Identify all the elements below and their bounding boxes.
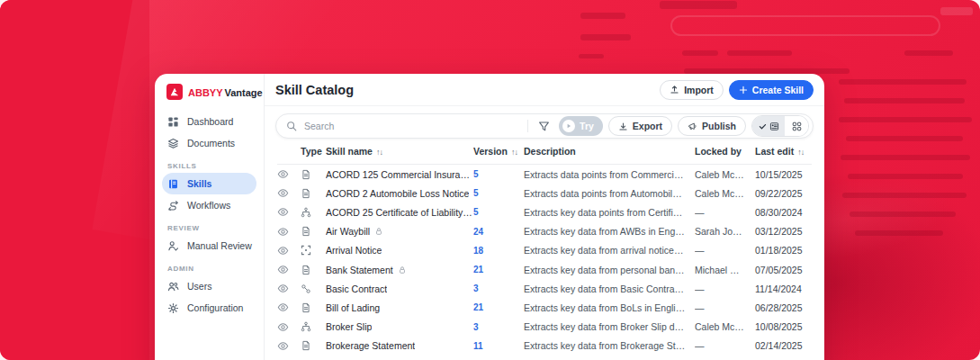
ghost-bar	[579, 54, 604, 58]
sidebar-section-admin: ADMIN	[155, 256, 264, 275]
eye-icon	[277, 302, 289, 313]
row-visibility-toggle[interactable]	[277, 245, 301, 256]
row-visibility-toggle[interactable]	[277, 283, 301, 294]
skill-version-link[interactable]: 5	[473, 169, 524, 179]
lock-icon	[374, 227, 383, 236]
skill-name[interactable]: Broker Slip	[326, 321, 372, 332]
sidebar-item-documents[interactable]: Documents	[155, 132, 264, 154]
row-visibility-toggle[interactable]	[277, 168, 301, 180]
skill-version-link[interactable]: 18	[473, 246, 524, 256]
create-skill-button[interactable]: Create Skill	[729, 80, 814, 100]
table-row[interactable]: ACORD 2 Automobile Loss Notice 5 Extract…	[277, 184, 812, 202]
table-row[interactable]: Bill of Lading 21 Extracts key data from…	[277, 298, 812, 317]
view-toggle-grid[interactable]	[785, 116, 808, 136]
sidebar: ABBYYVantage Dashboard Documents SKILLS	[155, 74, 265, 360]
publish-button-label: Publish	[702, 121, 736, 131]
try-button[interactable]: Try	[559, 116, 603, 136]
skill-name[interactable]: Air Waybill	[326, 226, 370, 237]
skill-name[interactable]: ACORD 25 Certificate of Liability Insura…	[326, 207, 473, 218]
skill-version-link[interactable]: 21	[473, 302, 524, 312]
abbyy-logo-icon	[166, 84, 183, 100]
skill-name[interactable]: Bill of Lading	[326, 302, 380, 313]
skill-last-edit: 10/08/2025	[755, 321, 811, 332]
ghost-bar	[580, 13, 625, 19]
row-visibility-toggle[interactable]	[277, 264, 301, 275]
skill-description: Extracts key data points from Certificat…	[524, 207, 695, 218]
type-icon	[301, 284, 326, 294]
skill-name[interactable]: ACORD 2 Automobile Loss Notice	[326, 188, 469, 199]
row-visibility-toggle[interactable]	[277, 187, 301, 199]
sort-icon[interactable]: ↑↓	[376, 148, 382, 157]
search-input[interactable]	[302, 120, 522, 132]
sort-icon[interactable]: ↑↓	[797, 148, 804, 157]
skill-locked-by: —	[695, 245, 755, 256]
skill-version-link[interactable]: 11	[473, 341, 524, 351]
workflows-icon	[167, 200, 179, 212]
sidebar-item-workflows[interactable]: Workflows	[155, 194, 264, 216]
header-cell-locked-by: Locked by	[695, 146, 755, 157]
sidebar-item-users[interactable]: Users	[155, 275, 264, 297]
header-cell-description: Description	[524, 146, 695, 157]
skill-version-link[interactable]: 3	[473, 284, 524, 293]
skill-name[interactable]: Bank Statement	[326, 265, 393, 275]
type-icon	[301, 245, 326, 256]
brand[interactable]: ABBYYVantage	[155, 82, 264, 102]
skill-locked-by: Caleb McGuire	[695, 188, 755, 199]
skill-description: Extracts key data from Brokerage Stateme…	[524, 340, 695, 351]
row-visibility-toggle[interactable]	[277, 302, 301, 313]
skill-name[interactable]: Basic Contract	[326, 284, 387, 294]
header-cell-version[interactable]: Version↑↓	[473, 146, 524, 157]
skill-locked-by: —	[695, 284, 755, 294]
skill-locked-by: —	[695, 340, 755, 351]
table-row[interactable]: Broker Slip 3 Extracts key data from Bro…	[277, 318, 812, 337]
skill-last-edit: 06/28/2025	[755, 302, 811, 313]
skill-last-edit: 01/18/2025	[755, 245, 811, 256]
row-visibility-toggle[interactable]	[277, 340, 301, 352]
row-visibility-toggle[interactable]	[277, 226, 301, 238]
type-icon	[301, 226, 326, 237]
sidebar-item-label: Workflows	[187, 200, 230, 211]
play-icon	[562, 120, 575, 132]
sidebar-item-skills[interactable]: Skills	[162, 173, 256, 194]
sidebar-item-configuration[interactable]: Configuration	[155, 297, 264, 319]
header-cell-last-edit[interactable]: Last edit↑↓	[755, 146, 811, 157]
table-row[interactable]: Brokerage Statement 11 Extracts key data…	[277, 337, 812, 356]
sort-icon[interactable]: ↑↓	[511, 148, 517, 157]
skill-version-link[interactable]: 5	[473, 207, 524, 217]
table-row[interactable]: Air Waybill 24 Extracts key data from AW…	[277, 222, 812, 241]
row-visibility-toggle[interactable]	[277, 321, 301, 333]
skill-locked-by: —	[695, 302, 755, 313]
ghost-bar	[904, 50, 953, 56]
skill-name[interactable]: Brokerage Statement	[326, 340, 415, 351]
skill-name[interactable]: ACORD 125 Commercial Insurance	[326, 169, 473, 180]
brand-name-regular: Vantage	[225, 87, 263, 98]
table-row[interactable]: Basic Contract 3 Extracts key data from …	[277, 279, 812, 298]
skill-locked-by: —	[695, 207, 755, 218]
filter-icon[interactable]	[534, 116, 553, 136]
publish-button[interactable]: Publish	[678, 116, 746, 136]
table-row[interactable]: ACORD 125 Commercial Insurance 5 Extract…	[277, 165, 812, 184]
ghost-bar	[848, 174, 963, 179]
skill-name[interactable]: Arrival Notice	[326, 245, 382, 256]
table-row[interactable]: Arrival Notice 18 Extracts key data from…	[277, 241, 812, 260]
ghost-bar	[660, 1, 737, 9]
table-header: Type Skill name↑↓ Version↑↓ Description …	[277, 139, 812, 165]
skill-version-link[interactable]: 3	[473, 322, 524, 332]
sidebar-item-manual-review[interactable]: Manual Review	[155, 235, 264, 256]
skill-version-link[interactable]: 5	[473, 188, 524, 198]
sidebar-item-dashboard[interactable]: Dashboard	[155, 111, 264, 132]
view-toggle-list-selected[interactable]	[752, 116, 785, 136]
documents-icon	[167, 138, 179, 149]
table-row[interactable]: ACORD 25 Certificate of Liability Insura…	[277, 202, 812, 221]
header-cell-name[interactable]: Skill name↑↓	[326, 146, 473, 157]
list-view-icon	[769, 122, 779, 131]
export-button[interactable]: Export	[608, 116, 672, 136]
table-row[interactable]: Bank Statement 21 Extracts key data from…	[277, 260, 812, 279]
page-title: Skill Catalog	[275, 83, 660, 97]
ghost-bar	[940, 7, 973, 15]
import-button[interactable]: Import	[660, 80, 724, 100]
row-visibility-toggle[interactable]	[277, 206, 301, 218]
skill-version-link[interactable]: 21	[473, 265, 524, 274]
type-icon	[301, 321, 326, 332]
skill-version-link[interactable]: 24	[473, 227, 524, 237]
